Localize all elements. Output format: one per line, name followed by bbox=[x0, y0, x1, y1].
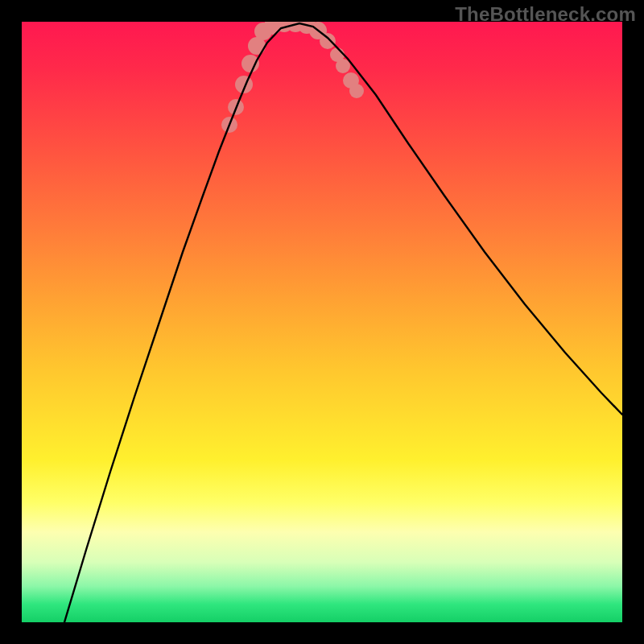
curve-line bbox=[64, 23, 622, 622]
marker-dot bbox=[242, 55, 259, 72]
marker-dot bbox=[349, 84, 364, 98]
marker-dot bbox=[336, 59, 350, 73]
marker-group bbox=[221, 22, 364, 133]
chart-frame: TheBottleneck.com bbox=[0, 0, 644, 644]
credit-label: TheBottleneck.com bbox=[455, 3, 636, 26]
marker-dot bbox=[320, 33, 336, 49]
chart-svg bbox=[22, 22, 622, 622]
plot-area bbox=[22, 22, 622, 622]
